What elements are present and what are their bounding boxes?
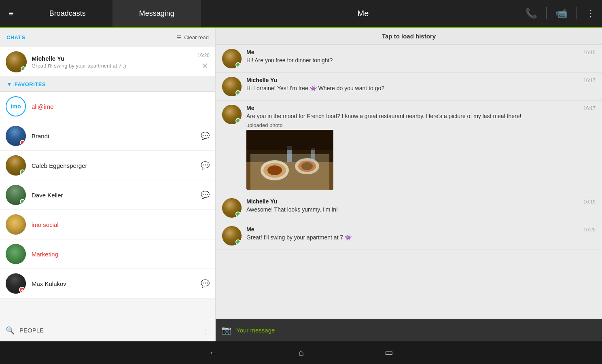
chat-bubble-icon: 💬 bbox=[201, 131, 210, 140]
chat-name: Michelle Yu bbox=[32, 55, 197, 62]
chat-preview: Great! I'll swing by your apartment at 7… bbox=[32, 63, 197, 69]
more-options-icon[interactable]: ⋮ bbox=[202, 326, 210, 335]
msg-content: Michelle Yu 16:17 Hi Lorraine! Yes! I'm … bbox=[246, 77, 596, 93]
people-section: 🔍 PEOPLE ⋮ bbox=[0, 319, 215, 341]
fav-item-caleb[interactable]: Caleb Eggensperger 💬 bbox=[0, 151, 215, 180]
msg-content: Michelle Yu 16:19 Awesome! That looks yu… bbox=[246, 198, 596, 214]
fav-name-dave: Dave Keller bbox=[32, 192, 201, 199]
msg-avatar-michelle-2 bbox=[222, 198, 242, 218]
fav-name-marketing: Marketing bbox=[32, 251, 210, 258]
msg-text: Great! I'll swing by your apartment at 7… bbox=[246, 234, 596, 242]
online-dot bbox=[235, 90, 241, 95]
right-panel: Tap to load history Me 16:15 Hi! Are you… bbox=[216, 28, 602, 341]
message-input-bar: 📷 bbox=[216, 319, 602, 341]
people-label: PEOPLE bbox=[19, 327, 202, 334]
apps-button[interactable]: ▭ bbox=[385, 347, 393, 358]
bottom-nav: ← ⌂ ▭ bbox=[0, 341, 602, 364]
avatar-all-imo: imo bbox=[6, 96, 26, 116]
msg-header: Michelle Yu 16:19 bbox=[246, 198, 596, 205]
msg-header: Me 16:15 bbox=[246, 49, 596, 55]
avatar-imo-social bbox=[6, 214, 26, 235]
msg-sender: Michelle Yu bbox=[246, 198, 277, 205]
chat-meta: 16:20 ✕ bbox=[197, 53, 210, 71]
chat-item-michelle[interactable]: Michelle Yu Great! I'll swing by your ap… bbox=[0, 47, 215, 77]
msg-sender: Me bbox=[246, 226, 254, 233]
uploaded-photo bbox=[246, 130, 333, 190]
search-icon[interactable]: 🔍 bbox=[6, 326, 15, 335]
svg-rect-11 bbox=[311, 148, 315, 162]
close-button[interactable]: ✕ bbox=[200, 61, 210, 71]
unread-badge: 2 bbox=[19, 287, 25, 293]
msg-content: Me 16:17 Are you in the mood for French … bbox=[246, 105, 596, 190]
msg-content: Me 16:15 Hi! Are you free for dinner ton… bbox=[246, 49, 596, 65]
avatar-dave bbox=[6, 185, 26, 205]
chats-label: CHATS bbox=[6, 34, 25, 40]
more-icon[interactable]: ⋮ bbox=[586, 8, 596, 19]
online-dot bbox=[235, 62, 241, 68]
chat-bubble-icon: 💬 bbox=[201, 161, 210, 170]
avatar-marketing bbox=[6, 244, 26, 264]
fav-item-dave[interactable]: Dave Keller 💬 bbox=[0, 180, 215, 210]
msg-text: Are you in the mood for French food? I k… bbox=[246, 112, 596, 121]
svg-point-9 bbox=[301, 162, 313, 170]
msg-time: 16:15 bbox=[583, 50, 596, 55]
main-layout: CHATS ☰ Clear read Michelle Yu Great! I'… bbox=[0, 28, 602, 341]
fav-name-brandi: Brandi bbox=[32, 133, 201, 140]
msg-avatar-me bbox=[222, 49, 242, 68]
left-panel: CHATS ☰ Clear read Michelle Yu Great! I'… bbox=[0, 28, 216, 341]
video-icon[interactable]: 📹 bbox=[555, 8, 568, 19]
chat-time: 16:20 bbox=[197, 53, 210, 58]
msg-avatar-me-2 bbox=[222, 105, 242, 124]
msg-time: 16:20 bbox=[583, 227, 596, 233]
back-button[interactable]: ← bbox=[209, 347, 218, 358]
top-bar-actions: 📞 📹 ⋮ bbox=[525, 7, 602, 19]
clear-read-icon: ☰ bbox=[177, 34, 182, 40]
fav-item-brandi[interactable]: Brandi 💬 bbox=[0, 121, 215, 151]
food-photo-svg bbox=[246, 130, 333, 190]
home-button[interactable]: ⌂ bbox=[299, 347, 304, 358]
msg-time: 16:17 bbox=[583, 78, 596, 83]
clear-read-button[interactable]: ☰ Clear read bbox=[177, 34, 209, 40]
favorites-header[interactable]: ▼ FAVORITES bbox=[0, 77, 215, 92]
avatar-max: 2 bbox=[6, 273, 26, 294]
chat-title: Me bbox=[201, 9, 525, 18]
msg-time: 16:17 bbox=[583, 106, 596, 111]
divider bbox=[546, 7, 547, 19]
top-bar: ≡ Broadcasts Messaging Me 📞 📹 ⋮ bbox=[0, 0, 602, 28]
chat-bubble-icon: 💬 bbox=[201, 190, 210, 199]
msg-sender: Michelle Yu bbox=[246, 77, 277, 83]
fav-name-caleb: Caleb Eggensperger bbox=[32, 162, 201, 169]
menu-icon[interactable]: ≡ bbox=[0, 9, 23, 18]
fav-item-imo-social[interactable]: imo social bbox=[0, 210, 215, 239]
online-dot bbox=[235, 212, 241, 217]
favorites-label: FAVORITES bbox=[15, 81, 46, 87]
photo-label: uploaded photo bbox=[246, 122, 596, 128]
clear-read-label: Clear read bbox=[184, 34, 209, 40]
fav-name-all-imo: all@imo bbox=[32, 103, 210, 110]
fav-item-marketing[interactable]: Marketing bbox=[0, 239, 215, 269]
status-dot bbox=[20, 169, 25, 175]
camera-icon[interactable]: 📷 bbox=[221, 325, 231, 335]
msg-header: Michelle Yu 16:17 bbox=[246, 77, 596, 83]
msg-sender: Me bbox=[246, 49, 254, 55]
message-row: Michelle Yu 16:17 Hi Lorraine! Yes! I'm … bbox=[216, 73, 602, 101]
broadcasts-tab[interactable]: Broadcasts bbox=[23, 0, 112, 27]
call-icon[interactable]: 📞 bbox=[525, 8, 537, 19]
online-dot bbox=[235, 239, 241, 245]
online-indicator bbox=[21, 66, 26, 72]
message-input[interactable] bbox=[236, 327, 596, 334]
chat-bubble-icon: 💬 bbox=[201, 279, 210, 288]
fav-item-max[interactable]: 2 Max Kulakov 💬 bbox=[0, 269, 215, 298]
msg-time: 16:19 bbox=[583, 199, 596, 205]
messaging-tab[interactable]: Messaging bbox=[112, 0, 201, 27]
load-history-bar[interactable]: Tap to load history bbox=[216, 28, 602, 45]
chats-header: CHATS ☰ Clear read bbox=[0, 28, 215, 47]
fav-item-all-imo[interactable]: imo all@imo bbox=[0, 92, 215, 121]
message-row: Me 16:15 Hi! Are you free for dinner ton… bbox=[216, 45, 602, 73]
chat-info: Michelle Yu Great! I'll swing by your ap… bbox=[32, 55, 197, 69]
photo-image bbox=[246, 130, 333, 190]
msg-avatar-michelle bbox=[222, 77, 242, 96]
message-row: Me 16:17 Are you in the mood for French … bbox=[216, 101, 602, 194]
msg-avatar-me-3 bbox=[222, 226, 242, 245]
status-dot bbox=[20, 140, 25, 145]
